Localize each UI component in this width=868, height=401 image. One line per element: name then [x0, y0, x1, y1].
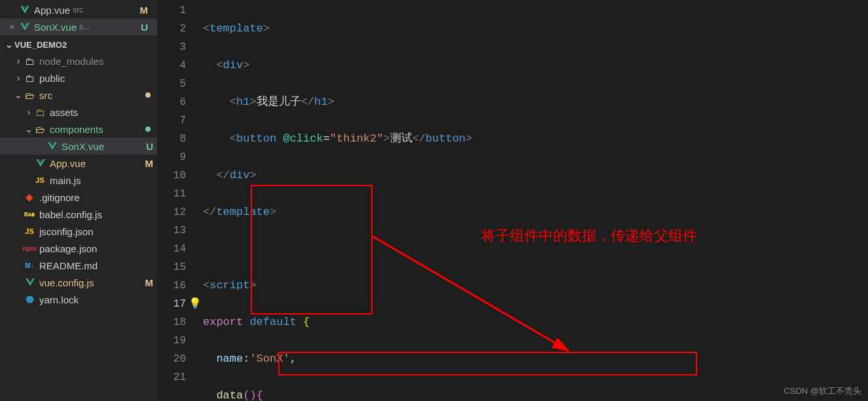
tree-label: README.md [39, 260, 98, 271]
tab-path: src [73, 5, 83, 14]
folder-icon: 🗀 [24, 72, 35, 84]
tree-file-yarnlock[interactable]: ⬣yarn.lock [0, 291, 157, 308]
vue-icon [35, 158, 46, 168]
chevron-down-icon: ⌄ [4, 39, 14, 50]
annotation-text: 将子组件中的数据，传递给父组件 [481, 227, 697, 245]
tree-file-babel[interactable]: Bᴀʙbabel.config.js [0, 206, 157, 223]
tree-file-app[interactable]: App.vueM [0, 155, 157, 172]
vue-icon [47, 141, 58, 151]
chevron-right-icon: › [13, 56, 24, 66]
js-icon: JS [34, 174, 46, 186]
code-editor[interactable]: 1 2 3 4 5 6 7 8 9 10 11 12 13 14 15 16 1… [157, 0, 868, 401]
tree-file-gitignore[interactable]: ◆.gitignore [0, 189, 157, 206]
folder-icon: 🗀 [34, 106, 46, 118]
tree-label: babel.config.js [39, 209, 102, 220]
open-editors: App.vue src M × SonX.vue s... U [0, 0, 157, 37]
tree-file-jsconfig[interactable]: JSjsconfig.json [0, 223, 157, 240]
tree-label: src [39, 90, 52, 101]
tree-label: node_modules [39, 56, 103, 67]
lightbulb-icon[interactable]: 💡 [189, 295, 202, 313]
tree-file-vueconfig[interactable]: vue.config.jsM [0, 274, 157, 291]
tree-folder-src[interactable]: ⌄🗁src [0, 86, 157, 104]
tree-folder-public[interactable]: ›🗀public [0, 69, 157, 86]
modified-dot-icon [145, 92, 151, 98]
chevron-right-icon: › [13, 73, 24, 83]
tree-label: vue.config.js [39, 277, 94, 288]
editor-tab-sonx[interactable]: × SonX.vue s... U [0, 18, 157, 35]
tree-label: SonX.vue [62, 141, 104, 152]
chevron-down-icon: ⌄ [13, 90, 24, 100]
sidebar: App.vue src M × SonX.vue s... U ⌄ VUE_DE… [0, 0, 157, 401]
tree-file-mainjs[interactable]: JSmain.js [0, 172, 157, 189]
tree-file-package[interactable]: npmpackage.json [0, 240, 157, 257]
folder-open-icon: 🗁 [34, 123, 46, 135]
babel-icon: Bᴀʙ [24, 208, 35, 220]
vue-icon [20, 5, 30, 15]
tree-folder-assets[interactable]: ›🗀assets [0, 104, 157, 121]
watermark: CSDN @软工不秃头 [784, 385, 861, 397]
folder-icon: 🗀 [24, 55, 35, 67]
npm-icon: npm [24, 242, 35, 254]
tree-file-sonx[interactable]: SonX.vueU [0, 138, 157, 155]
tree-folder-components[interactable]: ⌄🗁components [0, 121, 157, 138]
chevron-down-icon: ⌄ [24, 124, 34, 134]
tree-label: assets [50, 107, 78, 118]
git-status: M [145, 158, 158, 169]
tree-label: App.vue [50, 158, 86, 169]
jsconfig-icon: JS [24, 225, 35, 237]
tab-path: s... [79, 22, 90, 31]
tree-folder-node-modules[interactable]: ›🗀node_modules [0, 52, 157, 69]
vue-icon [20, 22, 30, 32]
git-status: M [140, 5, 153, 16]
git-icon: ◆ [24, 191, 35, 203]
tree-label: public [39, 73, 65, 84]
close-icon[interactable]: × [5, 22, 18, 32]
git-status: M [145, 277, 158, 288]
project-name: VUE_DEMO2 [14, 40, 67, 50]
line-gutter: 1 2 3 4 5 6 7 8 9 10 11 12 13 14 15 16 1… [157, 0, 203, 401]
explorer-header[interactable]: ⌄ VUE_DEMO2 [0, 37, 157, 52]
markdown-icon: M↓ [24, 259, 35, 271]
git-status: U [141, 22, 152, 33]
modified-dot-icon [145, 126, 151, 132]
tree-label: main.js [50, 175, 81, 186]
tree-label: jsconfig.json [39, 226, 94, 237]
tree-label: .gitignore [39, 192, 80, 203]
git-status: U [146, 141, 157, 152]
tree-label: yarn.lock [39, 294, 79, 305]
tree-label: components [50, 124, 103, 135]
chevron-right-icon: › [24, 107, 34, 117]
yarn-icon: ⬣ [24, 294, 35, 305]
tab-filename: App.vue [34, 5, 70, 16]
code-content[interactable]: <template> <div> <h1>我是儿子</h1> <button @… [203, 0, 868, 401]
tree-label: package.json [39, 243, 97, 254]
tree-file-readme[interactable]: M↓README.md [0, 257, 157, 274]
file-tree: ›🗀node_modules ›🗀public ⌄🗁src ›🗀assets ⌄… [0, 52, 157, 308]
folder-open-icon: 🗁 [24, 89, 35, 101]
editor-tab-app[interactable]: App.vue src M [0, 1, 157, 18]
vue-icon [25, 277, 35, 288]
tab-filename: SonX.vue [34, 22, 77, 33]
